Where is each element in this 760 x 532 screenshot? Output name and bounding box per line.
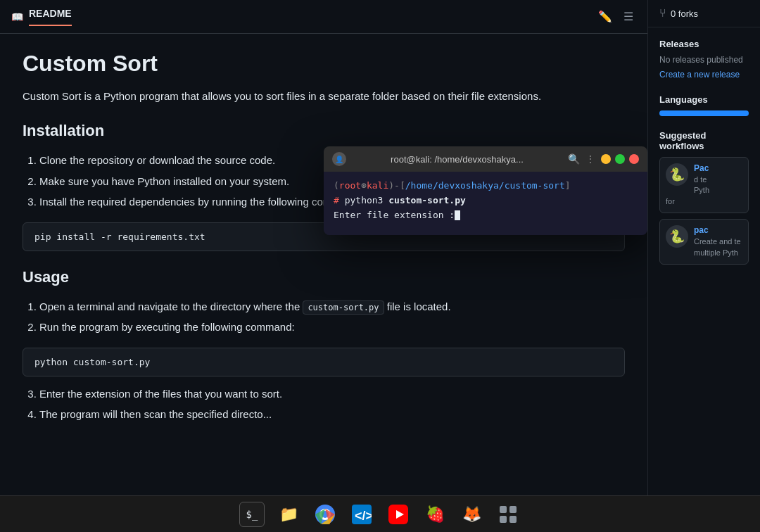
- right-sidebar: ⑂ 0 forks Releases No releases published…: [647, 0, 760, 495]
- taskbar-chrome-icon[interactable]: [312, 502, 338, 527]
- term-python: python3: [345, 195, 389, 205]
- list-button[interactable]: ☰: [621, 7, 636, 26]
- usage-step-1-text-after: file is located.: [387, 300, 451, 312]
- taskbar-files-icon[interactable]: 📁: [276, 502, 301, 527]
- maximize-button[interactable]: [615, 154, 625, 164]
- releases-title: Releases: [659, 39, 749, 49]
- usage-heading: Usage: [23, 268, 625, 286]
- create-release-link[interactable]: Create a new release: [659, 70, 740, 80]
- readme-tab-label: README: [29, 8, 72, 26]
- forks-bar: ⑂ 0 forks: [648, 0, 760, 27]
- installation-heading: Installation: [23, 122, 625, 140]
- python-command-block: python custom-sort.py: [23, 348, 625, 376]
- languages-section: Languages: [659, 94, 749, 116]
- readme-content: Custom Sort Custom Sort is a Python prog…: [0, 34, 647, 452]
- term-open-bracket: (: [334, 180, 339, 191]
- workflows-title: Suggested workflows: [659, 130, 749, 151]
- usage-inline-code: custom-sort.py: [303, 300, 384, 315]
- workflow-card-1[interactable]: 🐍 Pac d tePythfor: [659, 157, 749, 213]
- svg-rect-9: [500, 516, 507, 523]
- svg-rect-7: [500, 506, 507, 513]
- fork-icon: ⑂: [659, 7, 666, 20]
- usage-step-2: Run the program by executing the followi…: [39, 318, 625, 336]
- edit-button[interactable]: ✏️: [595, 7, 615, 26]
- usage-list: Open a terminal and navigate to the dire…: [39, 298, 625, 336]
- workflow-avatar-2: 🐍: [666, 225, 688, 248]
- terminal-prompt-line: (root⊛kali)-[/home/devxoshakya/custom-so…: [334, 179, 638, 194]
- close-button[interactable]: [629, 154, 639, 164]
- terminal-search-icon[interactable]: 🔍: [568, 153, 580, 165]
- readme-header: 📖 README ✏️ ☰: [0, 0, 647, 34]
- term-user: root: [339, 180, 361, 191]
- minimize-button[interactable]: [601, 154, 611, 164]
- term-at: ⊛: [361, 180, 367, 191]
- terminal-titlebar: 👤 root@kali: /home/devxoshakya... 🔍 ⋮: [324, 146, 647, 172]
- term-path: /home/devxoshakya/custom-sort: [405, 180, 565, 191]
- languages-title: Languages: [659, 94, 749, 105]
- term-cursor: [455, 210, 460, 220]
- svg-text:</>: </>: [355, 509, 372, 523]
- term-host: kali: [367, 180, 388, 191]
- usage-step-1: Open a terminal and navigate to the dire…: [39, 298, 625, 316]
- svg-rect-8: [509, 506, 517, 513]
- usage-step-4: The program will then scan the specified…: [39, 405, 625, 424]
- terminal-menu-icon[interactable]: ⋮: [585, 153, 595, 165]
- taskbar: $_ 📁 </> 🍓 🦊: [0, 495, 760, 532]
- releases-section: Releases No releases published Create a …: [659, 39, 749, 80]
- term-path-end: ]: [565, 180, 571, 191]
- terminal-profile-icon: 👤: [332, 152, 346, 166]
- usage-step-1-text-before: Open a terminal and navigate to the dire…: [39, 300, 300, 312]
- term-output-text: Enter file extension :: [334, 210, 455, 220]
- workflow-card-2[interactable]: 🐍 pac Create and temultiple Pyth: [659, 219, 749, 265]
- readme-description: Custom Sort is a Python program that all…: [23, 88, 625, 105]
- readme-title-group: 📖 README: [11, 8, 72, 26]
- taskbar-strawberry-icon[interactable]: 🍓: [422, 502, 448, 527]
- taskbar-terminal-icon[interactable]: $_: [239, 502, 265, 527]
- svg-rect-10: [509, 516, 517, 523]
- taskbar-grid-icon[interactable]: [495, 502, 521, 527]
- book-icon: 📖: [11, 11, 23, 23]
- terminal-output-line: Enter file extension :: [334, 208, 638, 223]
- terminal-overlay: 👤 root@kali: /home/devxoshakya... 🔍 ⋮ (r…: [324, 146, 647, 235]
- forks-count: 0 forks: [671, 8, 698, 19]
- taskbar-vscode-icon[interactable]: </>: [349, 502, 374, 527]
- term-hash: #: [334, 195, 345, 205]
- terminal-controls: [601, 154, 639, 164]
- terminal-title: root@kali: /home/devxoshakya...: [352, 154, 562, 165]
- content-area: 📖 README ✏️ ☰ Custom Sort Custom Sort is…: [0, 0, 647, 495]
- workflow-avatar-1: 🐍: [666, 163, 688, 186]
- languages-bar: [659, 110, 749, 116]
- term-dash: -[: [394, 180, 405, 191]
- usage-step-3: Enter the extension of the files that yo…: [39, 385, 625, 403]
- terminal-body: (root⊛kali)-[/home/devxoshakya/custom-so…: [324, 172, 647, 235]
- term-script: custom-sort.py: [388, 195, 466, 205]
- readme-actions: ✏️ ☰: [595, 7, 636, 26]
- taskbar-firefox-icon[interactable]: 🦊: [459, 502, 484, 527]
- terminal-command-line: # python3 custom-sort.py: [334, 194, 638, 208]
- readme-main-title: Custom Sort: [23, 51, 625, 77]
- no-releases-text: No releases published: [659, 55, 749, 65]
- taskbar-youtube-icon[interactable]: [386, 502, 411, 527]
- suggested-workflows-section: Suggested workflows 🐍 Pac d tePythfor 🐍 …: [659, 130, 749, 265]
- usage-list-2: Enter the extension of the files that yo…: [39, 385, 625, 424]
- term-close-bracket: ): [388, 180, 394, 191]
